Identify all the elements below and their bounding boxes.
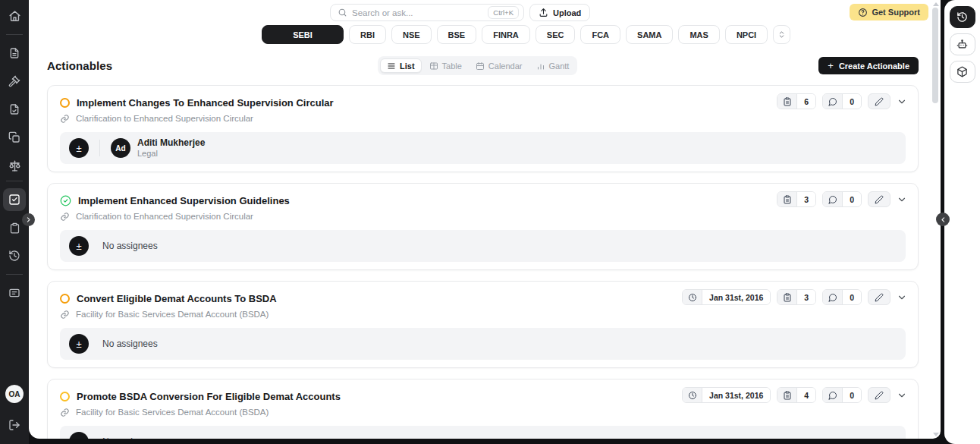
- link-icon: [60, 212, 70, 222]
- tab-rbi[interactable]: RBI: [349, 25, 386, 44]
- get-support-label: Get Support: [872, 8, 920, 17]
- tab-sebi[interactable]: SEBI: [262, 25, 344, 44]
- status-done-icon[interactable]: [60, 195, 71, 206]
- comments-count-pill[interactable]: 0: [822, 387, 862, 403]
- expand-card-button[interactable]: [897, 96, 907, 107]
- view-table[interactable]: Table: [423, 58, 468, 73]
- clipboard-icon: [777, 94, 797, 109]
- due-date-pill[interactable]: Jan 31st, 2016: [682, 387, 771, 403]
- assignee-name: Aditi Mukherjee: [137, 137, 205, 149]
- add-assignee-button[interactable]: ±: [69, 236, 89, 256]
- rail-assistant-button[interactable]: [950, 33, 975, 55]
- expand-card-button[interactable]: [897, 194, 907, 205]
- view-gantt-label: Gantt: [549, 61, 570, 71]
- tasks-count-pill[interactable]: 4: [777, 387, 816, 403]
- nav-library[interactable]: [3, 126, 26, 149]
- tab-sama[interactable]: SAMA: [626, 25, 673, 44]
- status-open-icon[interactable]: [60, 294, 70, 304]
- actionables-list: Implement Changes To Enhanced Supervisio…: [47, 85, 919, 439]
- nav-home[interactable]: [3, 5, 26, 27]
- nav-history[interactable]: [3, 244, 26, 267]
- expand-card-button[interactable]: [897, 292, 907, 303]
- comments-count-pill[interactable]: 0: [822, 191, 862, 207]
- tasks-count-pill[interactable]: 6: [777, 93, 816, 109]
- edit-button[interactable]: [868, 387, 890, 403]
- no-assignees-label: No assignees: [102, 339, 158, 349]
- tab-npci[interactable]: NPCI: [725, 25, 768, 44]
- chevron-down-icon: [897, 194, 907, 205]
- nav-documents[interactable]: [3, 42, 26, 65]
- link-icon: [60, 408, 70, 417]
- source-link[interactable]: Facility for Basic Services Demat Accoun…: [76, 408, 269, 417]
- source-link[interactable]: Facility for Basic Services Demat Accoun…: [76, 310, 269, 319]
- comments-count: 0: [843, 192, 861, 206]
- status-open-icon[interactable]: [60, 98, 70, 108]
- history-icon: [8, 250, 20, 262]
- comments-count-pill[interactable]: 0: [822, 289, 862, 305]
- tabs-sort-button[interactable]: [773, 25, 790, 44]
- due-date-pill[interactable]: Jan 31st, 2016: [682, 289, 771, 305]
- package-icon: [956, 66, 968, 77]
- add-assignee-button[interactable]: ±: [69, 334, 89, 354]
- pencil-icon: [875, 195, 884, 204]
- scrollbar-down-arrow[interactable]: [933, 433, 939, 436]
- comments-count: 0: [843, 94, 861, 109]
- add-assignee-button[interactable]: ±: [69, 138, 89, 158]
- scrollbar-thumb[interactable]: [932, 8, 938, 103]
- edit-button[interactable]: [868, 289, 890, 305]
- tasks-count-pill[interactable]: 3: [777, 191, 816, 207]
- nav-compliance[interactable]: [3, 154, 26, 177]
- tasks-count-pill[interactable]: 3: [777, 289, 816, 305]
- add-assignee-button[interactable]: ±: [69, 432, 89, 439]
- source-link[interactable]: Clarification to Enhanced Supervision Ci…: [76, 212, 253, 221]
- get-support-button[interactable]: Get Support: [850, 4, 928, 20]
- tasks-count: 4: [797, 388, 815, 402]
- expand-card-button[interactable]: [897, 390, 907, 401]
- nav-enforcement[interactable]: [3, 70, 26, 93]
- nav-reports[interactable]: [3, 282, 26, 304]
- sidebar-expand-handle[interactable]: [22, 213, 35, 226]
- upload-button[interactable]: Upload: [529, 4, 590, 21]
- chevron-right-icon: [25, 216, 32, 223]
- search-input[interactable]: [352, 8, 488, 17]
- assignee-strip: ± No assignees: [60, 230, 906, 262]
- comments-count: 0: [843, 290, 861, 304]
- assignee-strip: ± No assignees: [60, 426, 906, 439]
- nav-actionables[interactable]: [3, 188, 26, 211]
- search-bar[interactable]: Ctrl+K: [330, 4, 524, 21]
- edit-button[interactable]: [868, 93, 890, 109]
- gavel-icon: [8, 75, 20, 87]
- source-link[interactable]: Clarification to Enhanced Supervision Ci…: [76, 114, 253, 123]
- tasks-count: 3: [797, 290, 815, 304]
- tab-sec[interactable]: SEC: [536, 25, 576, 44]
- edit-button[interactable]: [868, 191, 890, 207]
- tab-finra[interactable]: FINRA: [482, 25, 530, 44]
- scales-icon: [8, 159, 21, 172]
- status-pending-icon[interactable]: [60, 392, 70, 401]
- actionable-title: Convert Eligible Demat Accounts To BSDA: [77, 293, 277, 304]
- rail-integrations-button[interactable]: [950, 61, 975, 83]
- nav-filings[interactable]: [3, 98, 26, 121]
- rail-collapse-handle[interactable]: [936, 213, 950, 226]
- chevron-left-icon: [940, 216, 947, 223]
- tab-fca[interactable]: FCA: [580, 25, 620, 44]
- tab-mas[interactable]: MAS: [678, 25, 719, 44]
- user-avatar[interactable]: OA: [5, 385, 24, 403]
- logout-button[interactable]: [3, 414, 26, 436]
- view-gantt[interactable]: Gantt: [530, 58, 576, 73]
- actionable-card: Convert Eligible Demat Accounts To BSDA …: [47, 281, 919, 368]
- strip-divider: [99, 140, 100, 156]
- history-icon: [956, 11, 968, 23]
- tab-bse[interactable]: BSE: [437, 25, 477, 44]
- actionable-card: Implement Changes To Enhanced Supervisio…: [47, 85, 919, 172]
- rail-history-button[interactable]: [950, 6, 975, 28]
- view-list[interactable]: List: [380, 58, 422, 73]
- tab-nse[interactable]: NSE: [391, 25, 432, 44]
- view-calendar[interactable]: Calendar: [470, 58, 529, 73]
- link-icon: [60, 114, 70, 124]
- assignee-avatar[interactable]: Ad: [111, 138, 130, 158]
- search-shortcut-badge: Ctrl+K: [488, 6, 519, 19]
- create-actionable-button[interactable]: + Create Actionable: [818, 57, 919, 74]
- comments-count-pill[interactable]: 0: [822, 93, 862, 109]
- scrollbar-up-arrow[interactable]: [933, 2, 939, 6]
